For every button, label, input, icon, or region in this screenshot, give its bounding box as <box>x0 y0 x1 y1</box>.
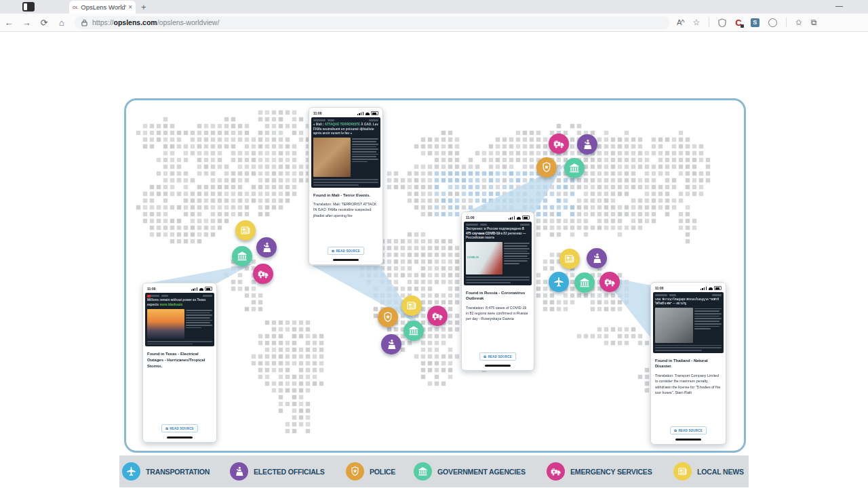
address-bar[interactable]: https://opslens.com/opslens-worldview/ <box>75 16 670 29</box>
found-title: Found in Thailand - Natural Disaster. <box>655 358 722 369</box>
elected-officials-map-marker[interactable] <box>256 237 277 258</box>
open-link-icon: ⧉ <box>165 426 168 431</box>
tweet-screenshot: บขส. พิจารณาโทษสูงสุด เพิกถอนใบอนุญาต "ร… <box>653 292 724 353</box>
tweet-text-bars <box>655 345 722 351</box>
tweet-photo-bus-crash <box>655 308 693 343</box>
police-map-marker[interactable] <box>378 307 398 327</box>
toolbar-right-icons: A^ ☆ C S ✩ ⧉ <box>677 18 816 28</box>
found-title: Found in Texas - Electrical Outages - Hu… <box>147 351 212 369</box>
cookie-extension-icon[interactable] <box>768 18 777 27</box>
news-card-thailand: 11:00 บขส. พิจารณาโทษสูงสุด เพิกถอนใบอนุ… <box>650 282 726 445</box>
lock-icon <box>81 19 87 26</box>
url-text: https://opslens.com/opslens-worldview/ <box>92 18 219 26</box>
read-source-button[interactable]: ⧉READ SOURCE <box>670 426 707 434</box>
tweet-headline: Millions remain without power as Texas e… <box>147 298 212 307</box>
extension-c-icon[interactable]: C <box>735 18 741 28</box>
tweet-screenshot: Экстренно: в России подтверждено 8 475 с… <box>464 222 532 285</box>
tab-close-icon[interactable]: × <box>128 3 132 11</box>
transportation-icon <box>122 462 140 481</box>
home-indicator <box>485 365 511 367</box>
tweet-text-bars <box>147 341 212 344</box>
tweet-screenshot: « Mali : ATTAQUE TERRORISTE À GAO. Les F… <box>311 117 380 188</box>
local-news-map-marker[interactable] <box>235 220 256 241</box>
extension-s-icon[interactable]: S <box>751 18 760 27</box>
government-agencies-icon <box>414 462 432 481</box>
read-aloud-icon[interactable]: A^ <box>677 18 684 26</box>
shield-extension-icon[interactable] <box>718 18 726 27</box>
tab-actions-icon[interactable] <box>22 2 35 12</box>
tweet-text-bars <box>466 277 530 283</box>
government-agencies-map-marker[interactable] <box>564 158 585 178</box>
back-icon[interactable]: ← <box>0 18 18 28</box>
open-link-icon: ⧉ <box>674 428 677 433</box>
phone-status-bar: 11:00 <box>145 285 214 292</box>
government-agencies-map-marker[interactable] <box>403 321 424 341</box>
emergency-services-icon <box>547 462 565 481</box>
tweet-screenshot: Millions remain without power as Texas e… <box>145 293 214 346</box>
battery-icon <box>714 286 722 290</box>
tweet-headline: บขส. พิจารณาโทษสูงสุด เพิกถอนใบอนุญาต "ร… <box>655 298 722 306</box>
read-source-button[interactable]: ⧉READ SOURCE <box>328 247 364 255</box>
tab-title: OpsLens WorldView <box>81 3 126 11</box>
legend-label: LOCAL NEWS <box>697 468 744 476</box>
translation-text: Translation: 8,475 cases of COVID-19 in … <box>466 305 530 322</box>
tweet-text-bars <box>694 308 722 343</box>
tweet-header-bars <box>655 294 722 296</box>
phone-time: 11:00 <box>147 287 156 291</box>
government-agencies-map-marker[interactable] <box>574 272 595 293</box>
phone-status-bar: 11:00 <box>464 214 532 221</box>
home-indicator <box>167 436 193 439</box>
legend-label: POLICE <box>370 468 395 476</box>
battery-icon <box>522 216 530 220</box>
read-source-button[interactable]: ⧉READ SOURCE <box>479 352 516 361</box>
transportation-map-marker[interactable] <box>549 272 569 292</box>
forward-icon[interactable]: → <box>18 18 35 28</box>
signal-wifi-battery-icons <box>357 111 378 115</box>
police-map-marker[interactable] <box>536 157 557 178</box>
tweet-text-bars <box>504 242 530 274</box>
video-source-badge <box>147 295 151 298</box>
emergency-services-map-marker[interactable] <box>599 272 620 292</box>
legend-label: ELECTED OFFICIALS <box>254 468 325 476</box>
browser-toolbar: ← → ⟳ ⌂ https://opslens.com/opslens-worl… <box>0 14 868 32</box>
new-tab-button[interactable]: + <box>141 2 146 12</box>
legend-item-transportation: TRANSPORTATION <box>122 462 212 481</box>
favorites-star-icon[interactable]: ☆ <box>693 18 701 27</box>
tweet-photo-covid: COVID-19 <box>466 242 502 274</box>
elected-officials-map-marker[interactable] <box>381 334 401 354</box>
local-news-map-marker[interactable] <box>401 296 422 316</box>
news-card-russia: 11:00 Экстренно: в России подтверждено 8… <box>461 211 534 371</box>
read-source-button[interactable]: ⧉READ SOURCE <box>161 424 198 432</box>
government-agencies-map-marker[interactable] <box>232 246 252 266</box>
elected-officials-map-marker[interactable] <box>587 248 607 268</box>
tweet-text-bars <box>352 138 378 177</box>
emergency-services-map-marker[interactable] <box>253 264 273 284</box>
emergency-services-map-marker[interactable] <box>549 134 569 154</box>
signal-wifi-battery-icons <box>701 286 722 290</box>
home-icon[interactable]: ⌂ <box>53 18 71 28</box>
multi-window-icon[interactable]: ⧉ <box>811 18 817 27</box>
legend-item-government-agencies: GOVERNMENT AGENCIES <box>414 462 529 481</box>
legend-label: GOVERNMENT AGENCIES <box>437 468 526 476</box>
local-news-map-marker[interactable] <box>559 249 580 269</box>
tweet-photo-power-lines <box>147 309 184 339</box>
wifi-icon <box>517 217 521 220</box>
collections-star-icon[interactable]: ✩ <box>795 18 802 27</box>
active-tab[interactable]: OL OpsLens WorldView × <box>69 1 136 14</box>
wifi-icon <box>366 113 370 115</box>
local-news-icon <box>673 462 692 481</box>
home-indicator <box>333 259 359 261</box>
refresh-icon[interactable]: ⟳ <box>35 18 53 28</box>
tweet-headline: Экстренно: в России подтверждено 8 475 с… <box>466 227 530 241</box>
news-card-texas: 11:00 Millions remain without power as T… <box>142 283 217 443</box>
police-icon <box>346 462 364 481</box>
tweet-photo-street-scene <box>313 138 351 177</box>
window-minimize-button[interactable]: — <box>835 1 843 9</box>
phone-time: 11:00 <box>313 111 322 115</box>
tab-favicon: OL <box>73 5 78 9</box>
phone-time: 11:00 <box>655 286 664 290</box>
legend-item-local-news: LOCAL NEWS <box>673 462 746 481</box>
tweet-header-bars <box>147 295 212 297</box>
elected-officials-map-marker[interactable] <box>577 134 597 155</box>
emergency-services-map-marker[interactable] <box>427 306 448 326</box>
